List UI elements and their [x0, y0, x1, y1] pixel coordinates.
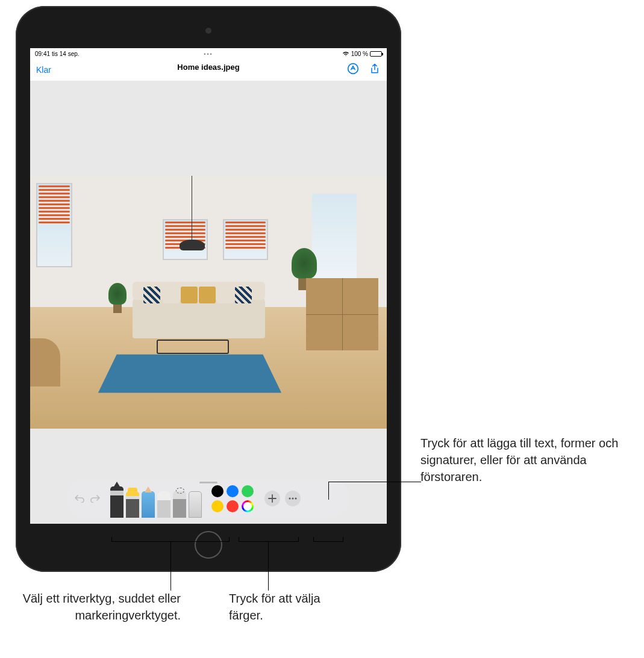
lamp-shade: [180, 240, 205, 250]
markup-blind-3: [225, 222, 266, 250]
callout-line: [170, 541, 171, 591]
pencil-tool[interactable]: [142, 491, 155, 518]
status-time: 09:41: [35, 51, 50, 57]
screen: 09:41 tis 14 sep. 100 % ••• Klar Home id…: [30, 48, 387, 524]
svg-point-2: [292, 498, 294, 500]
callout-bracket: [239, 537, 299, 542]
window-1: [36, 183, 72, 267]
status-battery-pct: 100 %: [351, 51, 368, 57]
color-palette: [211, 485, 254, 512]
lasso-tool[interactable]: [173, 491, 186, 518]
color-red[interactable]: [227, 500, 239, 512]
color-yellow[interactable]: [211, 500, 224, 512]
status-date: tis 14 sep.: [52, 51, 80, 57]
callout-tools: Välj ett ritverktyg, suddet eller marker…: [6, 590, 181, 624]
photo-canvas[interactable]: [30, 176, 387, 429]
cabinet: [306, 278, 378, 350]
page-dots: •••: [204, 51, 213, 57]
camera-dot: [205, 28, 211, 34]
markup-blind-1: [39, 185, 70, 225]
color-black[interactable]: [211, 485, 224, 497]
drawing-tools: [110, 479, 202, 518]
markup-icon[interactable]: [347, 63, 359, 77]
callout-line: [328, 482, 329, 500]
callout-line: [328, 482, 421, 482]
ipad-device-frame: 09:41 tis 14 sep. 100 % ••• Klar Home id…: [16, 6, 401, 572]
lamp-cord: [192, 176, 192, 242]
eraser-tool[interactable]: [157, 491, 170, 518]
file-title: Home ideas.jpeg: [177, 63, 239, 72]
color-green[interactable]: [242, 485, 254, 497]
pen-tool[interactable]: [110, 486, 123, 518]
callout-colors: Tryck för att välja färger.: [229, 590, 331, 624]
window-2: [163, 219, 208, 260]
toolbar-handle[interactable]: [199, 482, 217, 483]
done-button[interactable]: Klar: [36, 65, 51, 75]
callout-line: [268, 541, 269, 591]
svg-point-3: [295, 498, 297, 500]
markup-toolbar: [67, 479, 350, 518]
callout-bracket: [313, 537, 343, 542]
share-icon[interactable]: [369, 63, 381, 77]
svg-point-1: [289, 498, 291, 500]
callout-add: Tryck för att lägga till text, former oc…: [420, 435, 625, 485]
color-blue[interactable]: [227, 485, 239, 497]
callout-bracket: [111, 537, 230, 542]
armchair: [30, 338, 60, 386]
nav-bar: ••• Klar Home ideas.jpeg: [30, 59, 387, 81]
home-button[interactable]: [195, 531, 222, 559]
marker-tool[interactable]: [126, 491, 139, 518]
rug: [98, 355, 281, 393]
coffee-table: [157, 340, 229, 354]
color-picker[interactable]: [242, 500, 254, 512]
more-button[interactable]: [285, 491, 301, 506]
undo-button[interactable]: [73, 492, 86, 505]
battery-icon: [370, 51, 382, 57]
content-area: [30, 81, 387, 524]
add-button[interactable]: [264, 491, 280, 506]
wifi-icon: [342, 51, 349, 57]
couch: [133, 296, 265, 338]
plant-small: [108, 283, 127, 313]
window-4: [312, 194, 357, 278]
window-3: [223, 219, 268, 260]
redo-button[interactable]: [89, 492, 102, 505]
ruler-tool[interactable]: [189, 491, 202, 518]
